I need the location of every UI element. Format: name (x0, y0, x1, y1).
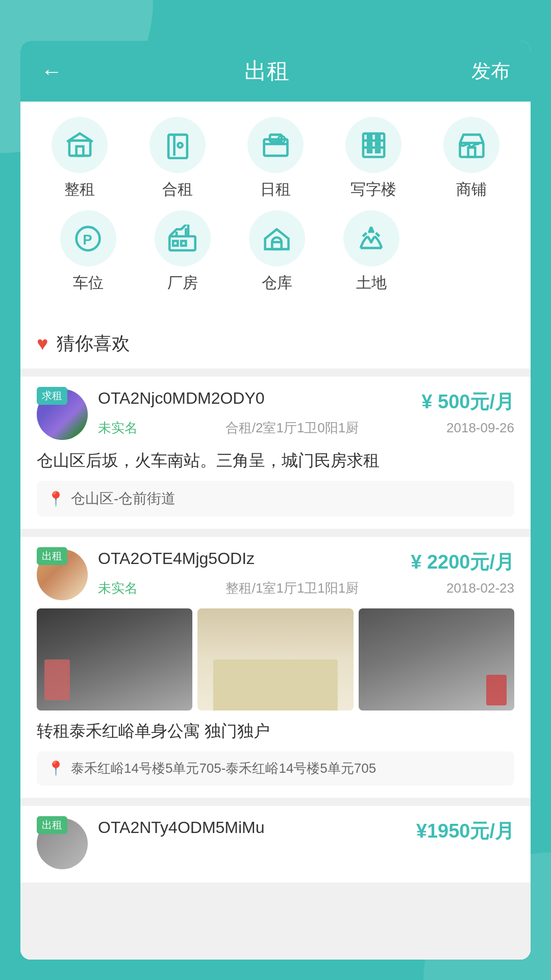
back-button[interactable]: ← (41, 59, 62, 84)
shared-rent-icon (164, 131, 192, 159)
parking-icon: P (74, 225, 102, 253)
listing-2-detail: 整租/1室1厅1卫1阳1厨 (226, 579, 359, 597)
listing-3-price: ¥1950元/月 (416, 818, 514, 844)
listing-card-1[interactable]: 求租 OTA2Njc0MDM2ODY0 ¥ 500元/月 未实名 合租/2室1厅… (20, 377, 531, 529)
svg-text:$: $ (278, 137, 281, 142)
parking-icon-wrap: P (60, 210, 116, 266)
listing-1-header: 求租 OTA2Njc0MDM2ODY0 ¥ 500元/月 未实名 合租/2室1厅… (37, 389, 514, 440)
svg-rect-12 (376, 142, 380, 145)
listing-1-top-row: OTA2Njc0MDM2ODY0 ¥ 500元/月 (98, 389, 514, 415)
listing-1-badge: 求租 (37, 387, 67, 405)
listing-2-photo-3 (359, 608, 514, 710)
listing-3-info: OTA2NTy4ODM5MiMu ¥1950元/月 (98, 818, 514, 848)
categories-section: 整租 合租 (20, 102, 531, 319)
listing-1-location: 📍 仓山区-仓前街道 (37, 481, 514, 517)
land-icon (357, 225, 385, 253)
listing-2-location-text: 泰禾红峪14号楼5单元705-泰禾红峪14号楼5单元705 (71, 760, 376, 777)
warehouse-icon (263, 225, 291, 253)
factory-label: 厂房 (167, 273, 198, 293)
main-card: ← 出租 发布 整租 (20, 41, 531, 960)
svg-rect-14 (376, 150, 380, 152)
svg-rect-13 (368, 150, 371, 152)
factory-icon (168, 225, 196, 253)
category-factory[interactable]: 厂房 (135, 210, 230, 293)
listing-3-badge: 出租 (37, 816, 67, 834)
category-warehouse[interactable]: 仓库 (230, 210, 324, 293)
listing-2-username: OTA2OTE4Mjg5ODIz (98, 549, 255, 568)
office-icon-wrap (345, 117, 402, 173)
publish-button[interactable]: 发布 (471, 58, 510, 84)
listing-2-photos (37, 608, 514, 710)
svg-rect-20 (173, 241, 178, 246)
listing-1-price: ¥ 500元/月 (421, 389, 514, 415)
listing-2-avatar-wrap: 出租 (37, 549, 88, 600)
listing-2-info: OTA2OTE4Mjg5ODIz ¥ 2200元/月 未实名 整租/1室1厅1卫… (98, 549, 514, 597)
listing-2-desc: 转租泰禾红峪单身公寓 独门独户 (37, 719, 514, 743)
listing-3-username: OTA2NTy4ODM5MiMu (98, 818, 265, 837)
category-daily-rent[interactable]: $ 日租 (235, 117, 316, 200)
category-whole-rent[interactable]: 整租 (39, 117, 120, 200)
listing-2-location: 📍 泰禾红峪14号楼5单元705-泰禾红峪14号楼5单元705 (37, 751, 514, 786)
category-office[interactable]: 写字楼 (333, 117, 414, 200)
listing-2-badge: 出租 (37, 547, 67, 565)
categories-row-2: P 车位 厂房 (31, 210, 520, 293)
app-header: ← 出租 发布 (20, 41, 531, 102)
land-label: 土地 (356, 273, 387, 293)
shared-rent-label: 合租 (162, 179, 193, 200)
page-title: 出租 (244, 56, 289, 86)
listing-2-photo-2 (197, 608, 353, 710)
svg-rect-1 (76, 146, 83, 155)
categories-row-1: 整租 合租 (31, 117, 520, 200)
warehouse-icon-wrap (249, 210, 305, 266)
daily-rent-icon: $ (262, 131, 290, 159)
svg-rect-16 (468, 148, 475, 157)
listing-1-username: OTA2Njc0MDM2ODY0 (98, 389, 265, 408)
listing-1-location-text: 仓山区-仓前街道 (71, 489, 176, 508)
whole-rent-icon-wrap (52, 117, 108, 173)
whole-rent-icon (66, 131, 94, 159)
recommend-section-header: ♥ 猜你喜欢 (20, 319, 531, 369)
listing-2-location-pin: 📍 (47, 760, 65, 777)
daily-rent-icon-wrap: $ (247, 117, 304, 173)
category-shared-rent[interactable]: 合租 (137, 117, 218, 200)
svg-point-3 (178, 142, 182, 147)
listing-3-avatar-wrap: 出租 (37, 818, 88, 869)
listing-1-date: 2018-09-26 (446, 420, 514, 436)
factory-icon-wrap (155, 210, 211, 266)
svg-rect-11 (368, 142, 371, 145)
land-icon-wrap (343, 210, 399, 266)
parking-label: 车位 (73, 273, 104, 293)
whole-rent-label: 整租 (64, 179, 95, 200)
listing-2-header: 出租 OTA2OTE4Mjg5ODIz ¥ 2200元/月 未实名 整租/1室1… (37, 549, 514, 600)
listing-1-avatar-wrap: 求租 (37, 389, 88, 440)
listing-1-meta-row: 未实名 合租/2室1厅1卫0阳1厨 2018-09-26 (98, 419, 514, 437)
listing-2-verified: 未实名 (98, 579, 138, 597)
listing-2-date: 2018-02-23 (446, 580, 514, 596)
listings-scroll[interactable]: ♥ 猜你喜欢 求租 OTA2Njc0MDM2ODY0 ¥ 500元/月 (20, 319, 531, 960)
category-land[interactable]: 土地 (324, 210, 418, 293)
shop-label: 商铺 (456, 179, 487, 200)
shop-icon (458, 131, 486, 159)
svg-rect-21 (181, 241, 186, 246)
svg-rect-10 (376, 136, 380, 138)
svg-rect-22 (272, 242, 281, 249)
heart-icon: ♥ (37, 333, 48, 355)
office-icon (360, 131, 388, 159)
listing-2-top-row: OTA2OTE4Mjg5ODIz ¥ 2200元/月 (98, 549, 514, 575)
listing-3-top-row: OTA2NTy4ODM5MiMu ¥1950元/月 (98, 818, 514, 844)
category-parking[interactable]: P 车位 (41, 210, 135, 293)
listing-1-desc: 仓山区后坂，火车南站。三角呈，城门民房求租 (37, 448, 514, 473)
svg-rect-8 (363, 133, 384, 157)
category-shop[interactable]: 商铺 (431, 117, 512, 200)
shop-icon-wrap (443, 117, 499, 173)
svg-rect-0 (69, 140, 90, 156)
shared-rent-icon-wrap (149, 117, 206, 173)
listing-2-meta-row: 未实名 整租/1室1厅1卫1阳1厨 2018-02-23 (98, 579, 514, 597)
listing-1-info: OTA2Njc0MDM2ODY0 ¥ 500元/月 未实名 合租/2室1厅1卫0… (98, 389, 514, 437)
listing-card-3[interactable]: 出租 OTA2NTy4ODM5MiMu ¥1950元/月 (20, 806, 531, 883)
listing-3-header: 出租 OTA2NTy4ODM5MiMu ¥1950元/月 (37, 818, 514, 869)
office-label: 写字楼 (350, 179, 396, 200)
svg-rect-9 (368, 136, 371, 138)
daily-rent-label: 日租 (260, 179, 291, 200)
listing-card-2[interactable]: 出租 OTA2OTE4Mjg5ODIz ¥ 2200元/月 未实名 整租/1室1… (20, 537, 531, 798)
